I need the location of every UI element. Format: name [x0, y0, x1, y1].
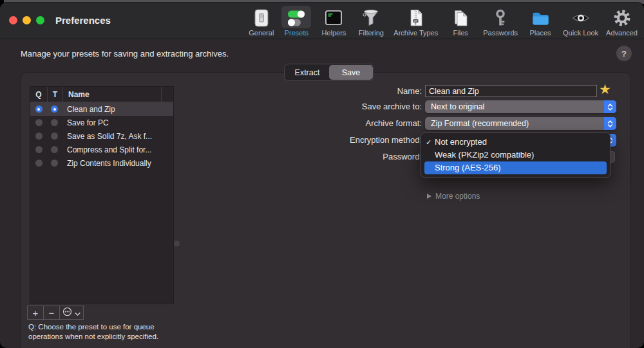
name-label: Name: — [293, 85, 422, 98]
extract-save-segmented-control: Extract Save — [284, 64, 374, 81]
toolbar-radio[interactable] — [51, 160, 58, 167]
splitter-handle[interactable] — [174, 241, 180, 246]
more-options-label: More options — [435, 192, 480, 201]
table-row[interactable]: Compress and Split for... — [30, 143, 173, 156]
content-area: Manage your presets for saving and extra… — [0, 39, 644, 348]
toolbar-label: Advanced — [606, 29, 638, 37]
toolbar-item-helpers[interactable]: Helpers — [319, 6, 348, 37]
toolbar-radio[interactable] — [51, 119, 58, 126]
queue-radio[interactable] — [35, 160, 43, 167]
column-header-name[interactable]: Name — [63, 87, 162, 102]
preferences-window: Preferences General Presets — [0, 3, 644, 348]
toolbar-item-quick-look[interactable]: Quick Look — [563, 6, 598, 37]
documents-icon — [446, 6, 475, 28]
table-row[interactable]: Save for PC — [30, 116, 173, 129]
help-button[interactable]: ? — [616, 46, 632, 61]
table-row[interactable]: Clean and Zip — [30, 102, 173, 116]
menu-item-weak-pkzip2[interactable]: Weak (PKZip2 compatible) — [421, 149, 610, 161]
table-row[interactable]: Save as Solid 7z, Ask f... — [30, 129, 173, 143]
add-preset-button[interactable]: + — [27, 306, 44, 320]
toolbar-item-places[interactable]: Places — [526, 6, 555, 37]
presets-table: Q T Name Clean and Zip Save for PC — [30, 86, 174, 304]
funnel-icon — [356, 6, 386, 28]
toolbar-item-general[interactable]: General — [249, 6, 274, 37]
preset-name: Save as Solid 7z, Ask f... — [62, 132, 173, 141]
queue-radio[interactable] — [35, 133, 43, 140]
preset-name: Zip Contents Individually — [62, 159, 173, 168]
menu-item-label: Strong (AES-256) — [435, 163, 501, 172]
column-header-t[interactable]: T — [48, 87, 63, 102]
toolbar-label: Filtering — [359, 29, 384, 37]
close-button[interactable] — [9, 16, 17, 24]
toolbar-label: Files — [453, 29, 468, 37]
traffic-lights — [9, 16, 44, 24]
archive-format-label: Archive format: — [293, 117, 422, 130]
save-archive-to-popup[interactable]: Next to original — [425, 100, 616, 113]
popup-value: Next to original — [431, 102, 484, 111]
key-icon — [486, 6, 515, 28]
preset-actions-menu-button[interactable] — [59, 306, 84, 320]
preset-name: Clean and Zip — [62, 105, 173, 114]
checkmark-icon: ✓ — [426, 136, 431, 149]
preset-name: Compress and Split for... — [62, 145, 173, 154]
folder-icon — [526, 6, 555, 28]
terminal-icon — [319, 6, 348, 28]
toolbar-label: Passwords — [483, 29, 518, 37]
password-label: Password: — [293, 151, 422, 163]
popup-value: Zip Format (recommended) — [431, 119, 529, 128]
save-archive-to-label: Save archive to: — [293, 100, 422, 113]
favorite-star-icon[interactable]: ★ — [599, 81, 611, 98]
toggles-icon — [281, 6, 311, 28]
zoom-button[interactable] — [36, 16, 44, 24]
menu-item-strong-aes256[interactable]: Strong (AES-256) — [424, 161, 607, 174]
tab-save[interactable]: Save — [329, 65, 373, 80]
queue-radio[interactable] — [35, 105, 43, 113]
circle-ellipsis-icon — [62, 307, 72, 318]
toolbar-radio[interactable] — [51, 146, 58, 153]
toolbar-label: Quick Look — [563, 29, 598, 37]
popup-arrows-icon — [604, 100, 616, 113]
popup-arrows-icon — [604, 117, 616, 130]
remove-preset-button[interactable]: − — [43, 306, 60, 320]
archive-format-popup[interactable]: Zip Format (recommended) — [425, 117, 616, 130]
menu-item-not-encrypted[interactable]: ✓ Not encrypted — [421, 136, 610, 149]
screen: Preferences General Presets — [0, 0, 644, 348]
toolbar-label: Places — [530, 29, 551, 37]
gear-icon — [607, 6, 637, 28]
preset-name: Save for PC — [62, 118, 173, 127]
window-title: Preferences — [55, 15, 111, 26]
eye-icon — [566, 6, 596, 28]
toolbar-item-filtering[interactable]: Filtering — [356, 6, 386, 37]
toolbar-item-archive-types[interactable]: ZIP Archive Types — [393, 6, 438, 37]
svg-text:ZIP: ZIP — [413, 20, 417, 23]
table-header: Q T Name — [30, 87, 173, 102]
toolbar-label: Helpers — [321, 29, 346, 37]
toolbar-label: Archive Types — [393, 29, 438, 37]
chevron-down-icon — [75, 307, 80, 318]
toolbar-label: General — [249, 29, 274, 37]
minimize-button[interactable] — [23, 16, 31, 24]
queue-radio[interactable] — [35, 146, 43, 153]
tab-extract[interactable]: Extract — [285, 65, 329, 80]
toolbar-item-passwords[interactable]: Passwords — [483, 6, 518, 37]
menu-item-label: Not encrypted — [435, 137, 487, 147]
table-row[interactable]: Zip Contents Individually — [30, 156, 173, 170]
menu-item-label: Weak (PKZip2 compatible) — [435, 150, 534, 160]
preset-name-input[interactable] — [425, 85, 597, 97]
queue-help-line1: Q: Choose the preset to use for queue — [28, 322, 158, 332]
toolbar-radio[interactable] — [51, 105, 58, 113]
titlebar[interactable]: Preferences General Presets — [0, 3, 644, 39]
toolbar: General Presets Helpers — [249, 6, 638, 37]
toolbar-item-advanced[interactable]: Advanced — [606, 6, 638, 37]
more-options-disclosure[interactable]: More options — [427, 192, 480, 201]
disclosure-triangle-icon — [427, 194, 431, 199]
toolbar-item-files[interactable]: Files — [446, 6, 475, 37]
queue-radio[interactable] — [35, 119, 43, 126]
toolbar-radio[interactable] — [51, 133, 58, 140]
column-header-q[interactable]: Q — [30, 87, 48, 102]
page-subtitle: Manage your presets for saving and extra… — [21, 49, 229, 59]
encryption-method-menu: ✓ Not encrypted Weak (PKZip2 compatible)… — [421, 133, 611, 178]
queue-help-line2: operations when not explicitly specified… — [28, 332, 158, 342]
toolbar-item-presets[interactable]: Presets — [281, 6, 311, 37]
encryption-method-label: Encryption method: — [293, 134, 422, 147]
